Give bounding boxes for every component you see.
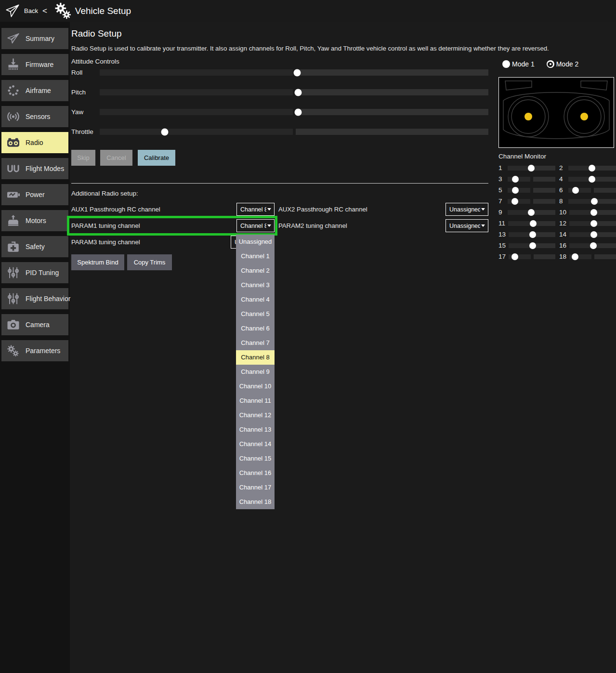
slider-thumb[interactable] xyxy=(295,108,302,116)
sidebar-item-flight-modes[interactable]: Flight Modes xyxy=(1,158,68,179)
channel-value-dot xyxy=(512,176,519,183)
slider-track xyxy=(296,89,489,95)
channel-monitor-row: 78 xyxy=(498,196,616,207)
channel-monitor-bar xyxy=(569,221,616,226)
section-divider xyxy=(71,183,488,184)
sidebar-item-motors[interactable]: Motors xyxy=(1,210,68,231)
dropdown-item[interactable]: Channel 15 xyxy=(236,451,275,466)
calibrate-button[interactable]: Calibrate xyxy=(138,150,175,166)
sidebar-item-power[interactable]: Power xyxy=(1,184,68,205)
channel-monitor-bar xyxy=(508,210,555,215)
throttle-slider[interactable] xyxy=(100,129,488,135)
copy-trims-button[interactable]: Copy Trims xyxy=(127,254,172,270)
slider-thumb[interactable] xyxy=(294,89,301,96)
channel-monitor-bar xyxy=(569,210,616,215)
sidebar-item-camera[interactable]: Camera xyxy=(1,314,68,335)
pitch-slider[interactable] xyxy=(100,89,488,95)
slider-label: Roll xyxy=(71,69,100,76)
channel-value-dot xyxy=(590,220,597,227)
channel-value-dot xyxy=(572,253,578,260)
channel-monitor-bar xyxy=(568,177,616,182)
dropdown-item[interactable]: Channel 6 xyxy=(236,321,275,336)
power-icon xyxy=(5,187,21,202)
channel-number: 9 xyxy=(498,209,505,216)
slider-thumb[interactable] xyxy=(293,69,301,76)
channel-number: 12 xyxy=(559,220,566,227)
dropdown-item[interactable]: Channel 5 xyxy=(236,307,275,321)
channel-monitor-cell: 13 xyxy=(498,231,555,238)
sidebar-item-sensors[interactable]: Sensors xyxy=(1,106,68,127)
transmitter-mode-group: Mode 1 Mode 2 xyxy=(502,60,578,68)
sidebar-item-summary[interactable]: Summary xyxy=(1,28,68,49)
dropdown-item[interactable]: Channel 12 xyxy=(236,408,275,422)
channel-monitor-row: 1314 xyxy=(498,229,616,240)
channel-monitor-cell: 12 xyxy=(559,220,616,227)
sidebar-item-label: Camera xyxy=(26,321,50,329)
slider-label: Yaw xyxy=(71,108,100,116)
flight-modes-icon xyxy=(5,161,21,176)
channel-number: 16 xyxy=(559,242,566,249)
slider-track xyxy=(100,89,293,95)
firmware-icon xyxy=(5,57,21,72)
channel-value-dot xyxy=(529,231,536,238)
dropdown-item[interactable]: Channel 11 xyxy=(236,394,275,408)
channel-monitor-bar xyxy=(508,177,555,182)
sidebar: SummaryFirmwareAirframeSensorsRadioFligh… xyxy=(0,22,70,673)
channel-number: 3 xyxy=(498,175,505,183)
sidebar-item-safety[interactable]: Safety xyxy=(1,236,68,257)
dropdown-item[interactable]: Channel 8 xyxy=(236,350,275,365)
sidebar-item-firmware[interactable]: Firmware xyxy=(1,54,68,75)
mode-1-radio[interactable]: Mode 1 xyxy=(502,60,535,68)
channel-monitor-bar xyxy=(508,188,555,193)
back-button[interactable]: Back xyxy=(24,7,38,14)
yaw-slider[interactable] xyxy=(100,109,488,115)
roll-slider[interactable] xyxy=(100,69,488,76)
dropdown-item[interactable]: Unassigned xyxy=(236,235,275,249)
roll-slider-row: Roll xyxy=(71,68,488,77)
aux2-channel-combobox[interactable]: Unassigned xyxy=(446,203,488,216)
skip-button[interactable]: Skip xyxy=(71,150,95,166)
channel-monitor-label: Channel Monitor xyxy=(498,153,546,160)
dropdown-arrow-icon xyxy=(267,208,271,211)
cancel-button[interactable]: Cancel xyxy=(100,150,132,166)
pitch-slider-row: Pitch xyxy=(71,88,488,96)
sidebar-item-airframe[interactable]: Airframe xyxy=(1,80,68,101)
aux1-channel-combobox[interactable]: Channel 8 xyxy=(236,203,275,216)
dropdown-item[interactable]: Channel 1 xyxy=(236,249,275,264)
combo-value: Unassigned xyxy=(449,223,480,229)
sidebar-item-flight-behavior[interactable]: Flight Behavior xyxy=(1,288,68,309)
combo-value: Channel 8 xyxy=(240,206,266,213)
channel-monitor-bar xyxy=(509,232,555,237)
dropdown-item[interactable]: Channel 2 xyxy=(236,264,275,278)
dropdown-item[interactable]: Channel 9 xyxy=(236,365,275,379)
channel-monitor-cell: 18 xyxy=(559,253,616,260)
dropdown-item[interactable]: Channel 3 xyxy=(236,278,275,292)
channel-monitor-row: 1718 xyxy=(498,251,616,262)
channel-value-dot xyxy=(590,231,597,238)
spektrum-bind-button[interactable]: Spektrum Bind xyxy=(71,254,124,270)
channel-number: 7 xyxy=(498,198,505,205)
dropdown-item[interactable]: Channel 13 xyxy=(236,422,275,437)
qgc-logo-icon xyxy=(4,3,21,19)
dropdown-item[interactable]: Channel 14 xyxy=(236,437,275,451)
param2-channel-combobox[interactable]: Unassigned xyxy=(446,219,488,232)
dropdown-item[interactable]: Channel 4 xyxy=(236,292,275,307)
dropdown-item[interactable]: Channel 7 xyxy=(236,336,275,350)
dropdown-item[interactable]: Channel 17 xyxy=(236,480,275,495)
airframe-icon xyxy=(5,83,21,98)
dropdown-item[interactable]: Channel 18 xyxy=(236,495,275,509)
sidebar-item-radio[interactable]: Radio xyxy=(1,132,68,153)
channel-number: 8 xyxy=(559,198,565,205)
sidebar-item-pid-tuning[interactable]: PID Tuning xyxy=(1,262,68,283)
param1-channel-combobox[interactable]: Channel 8 xyxy=(236,219,275,232)
section-description: Radio Setup is used to calibrate your tr… xyxy=(71,45,549,52)
mode-2-radio[interactable]: Mode 2 xyxy=(547,60,579,68)
dropdown-item[interactable]: Channel 16 xyxy=(236,466,275,480)
attitude-controls-label: Attitude Controls xyxy=(71,58,119,65)
dropdown-item[interactable]: Channel 10 xyxy=(236,379,275,394)
transmitter-sticks-image xyxy=(498,77,614,148)
dropdown-arrow-icon xyxy=(481,208,485,211)
sidebar-item-parameters[interactable]: Parameters xyxy=(1,340,68,361)
slider-thumb[interactable] xyxy=(161,128,168,135)
throttle-slider-row: Throttle xyxy=(71,128,488,136)
